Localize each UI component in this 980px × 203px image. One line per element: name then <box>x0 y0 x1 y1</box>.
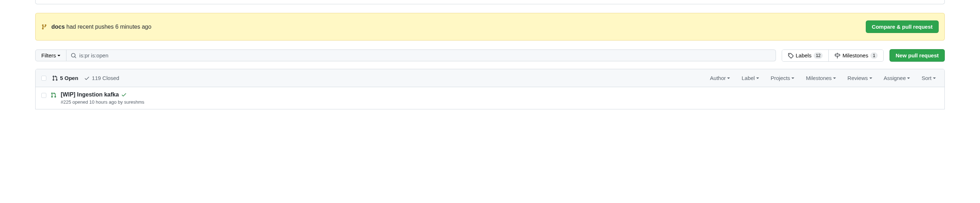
milestones-count: 1 <box>870 52 878 59</box>
open-count: 5 Open <box>60 75 78 81</box>
pull-request-icon <box>52 75 58 81</box>
pr-author-link[interactable]: sureshms <box>124 99 144 105</box>
truncated-box-top <box>35 0 945 4</box>
caret-down-icon <box>57 55 60 56</box>
milestones-text: Milestones <box>842 52 868 59</box>
label-filter[interactable]: Label <box>741 75 759 81</box>
caret-down-icon <box>833 78 836 79</box>
search-box[interactable] <box>67 49 776 61</box>
filters-button[interactable]: Filters <box>35 49 67 61</box>
pr-title-row: [WIP] Ingestion kafka <box>61 92 939 98</box>
pr-title-link[interactable]: [WIP] Ingestion kafka <box>61 92 119 98</box>
milestone-icon <box>835 53 840 59</box>
search-input[interactable] <box>80 52 771 59</box>
filters-label: Filters <box>41 52 56 59</box>
milestones-button[interactable]: Milestones 1 <box>829 50 883 61</box>
labels-milestones-group: Labels 12 Milestones 1 <box>782 49 884 62</box>
pr-row[interactable]: [WIP] Ingestion kafka #225 opened 10 hou… <box>35 87 945 109</box>
branch-icon <box>41 24 47 30</box>
state-tabs: 5 Open 119 Closed <box>52 75 119 81</box>
banner-text: docs had recent pushes 6 minutes ago <box>51 24 151 30</box>
reviews-filter[interactable]: Reviews <box>848 75 872 81</box>
sort-filter[interactable]: Sort <box>921 75 936 81</box>
pr-number: #225 <box>61 99 71 105</box>
recent-push-banner: docs had recent pushes 6 minutes ago Com… <box>35 13 945 41</box>
pull-request-open-icon <box>51 92 56 105</box>
filter-search-group: Filters <box>35 49 776 61</box>
list-header: 5 Open 119 Closed Author Label Projects … <box>35 69 945 87</box>
milestones-filter[interactable]: Milestones <box>806 75 836 81</box>
check-icon <box>84 75 90 81</box>
caret-down-icon <box>907 78 910 79</box>
caret-down-icon <box>791 78 794 79</box>
pr-content: [WIP] Ingestion kafka #225 opened 10 hou… <box>61 92 939 105</box>
open-tab[interactable]: 5 Open <box>52 75 78 81</box>
select-row-checkbox[interactable] <box>41 93 46 98</box>
labels-button[interactable]: Labels 12 <box>782 50 829 61</box>
list-header-left: 5 Open 119 Closed <box>41 75 119 81</box>
new-pull-request-button[interactable]: New pull request <box>889 49 945 62</box>
status-check-success-icon[interactable] <box>121 92 127 98</box>
pr-list-box: 5 Open 119 Closed Author Label Projects … <box>35 69 945 109</box>
author-filter[interactable]: Author <box>710 75 730 81</box>
projects-filter[interactable]: Projects <box>770 75 794 81</box>
pr-opened-text: opened 10 hours ago by <box>73 99 123 105</box>
toolbar: Filters Labels 12 Milestones 1 New pull … <box>35 49 945 62</box>
caret-down-icon <box>869 78 872 79</box>
caret-down-icon <box>727 78 730 79</box>
compare-pull-request-button[interactable]: Compare & pull request <box>866 21 939 33</box>
tag-icon <box>788 53 794 59</box>
labels-count: 12 <box>814 52 822 59</box>
labels-text: Labels <box>796 52 811 59</box>
search-icon <box>71 53 76 59</box>
pr-meta: #225 opened 10 hours ago by sureshms <box>61 99 939 105</box>
select-all-checkbox[interactable] <box>41 76 46 81</box>
closed-count: 119 Closed <box>92 75 119 81</box>
banner-left: docs had recent pushes 6 minutes ago <box>41 24 151 30</box>
list-header-filters: Author Label Projects Milestones Reviews… <box>710 75 939 81</box>
caret-down-icon <box>933 78 936 79</box>
caret-down-icon <box>756 78 759 79</box>
assignee-filter[interactable]: Assignee <box>884 75 910 81</box>
closed-tab[interactable]: 119 Closed <box>84 75 119 81</box>
